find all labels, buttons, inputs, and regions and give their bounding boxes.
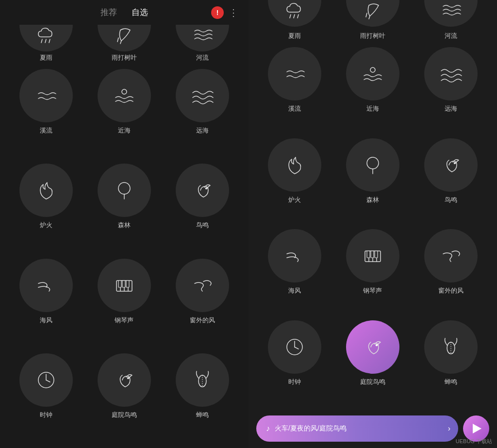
- sound-circle: [346, 138, 399, 192]
- sound-circle: [424, 320, 478, 374]
- list-item[interactable]: 森林: [336, 138, 410, 225]
- watermark: UEBUG 下载站: [456, 438, 492, 445]
- sound-label: 夏雨: [40, 53, 52, 62]
- now-playing-button[interactable]: ♪ 火车/夏夜的风/庭院鸟鸣 ›: [256, 415, 458, 442]
- sound-label: 雨打树叶: [112, 53, 137, 62]
- sound-circle: [268, 229, 321, 282]
- sound-label: 窗外的风: [190, 316, 215, 325]
- list-item[interactable]: 河流: [166, 25, 239, 62]
- list-item[interactable]: 钢琴声: [88, 259, 161, 348]
- list-item[interactable]: 远海: [166, 69, 239, 159]
- list-item[interactable]: 蝉鸣: [166, 353, 239, 443]
- sound-circle: [424, 229, 478, 282]
- list-item[interactable]: 雨打树叶: [336, 0, 410, 42]
- sound-label: 海风: [288, 286, 301, 295]
- sound-circle: [98, 353, 151, 407]
- sound-label: 远海: [196, 126, 209, 135]
- list-item[interactable]: 夏雨: [10, 25, 83, 62]
- list-item[interactable]: 夏雨: [258, 0, 331, 42]
- list-item[interactable]: 炉火: [258, 138, 331, 225]
- left-panel: 推荐 自选 ! ⋮ 夏雨 雨打树叶 河流: [0, 0, 248, 448]
- sound-label: 森林: [118, 221, 131, 230]
- sound-label: 庭院鸟鸣: [112, 411, 137, 419]
- sound-label: 庭院鸟鸣: [360, 378, 385, 386]
- list-item[interactable]: 海风: [10, 259, 83, 348]
- sound-label: 河流: [445, 29, 457, 42]
- play-triangle-icon: [473, 424, 481, 433]
- now-playing-text: 火车/夏夜的风/庭院鸟鸣: [275, 424, 443, 433]
- bottom-bar: ♪ 火车/夏夜的风/庭院鸟鸣 › UEBUG 下载站: [248, 409, 497, 448]
- sound-label: 近海: [366, 104, 379, 113]
- list-item[interactable]: 溪流: [258, 47, 331, 133]
- list-item[interactable]: 近海: [336, 47, 410, 133]
- sound-label: 远海: [445, 104, 457, 113]
- sound-circle-active: [346, 320, 399, 374]
- list-item[interactable]: 近海: [88, 69, 161, 159]
- list-item[interactable]: 庭院鸟鸣: [88, 353, 161, 443]
- sound-circle: [424, 47, 478, 100]
- sound-circle: [268, 138, 321, 192]
- list-item[interactable]: 鸟鸣: [166, 164, 239, 253]
- sound-circle: [268, 47, 321, 100]
- sound-circle: [268, 320, 321, 374]
- list-item[interactable]: 海风: [258, 229, 331, 315]
- sound-label: 炉火: [40, 221, 52, 230]
- sound-label: 时钟: [40, 411, 52, 419]
- list-item[interactable]: 森林: [88, 164, 161, 253]
- list-item[interactable]: 炉火: [10, 164, 83, 253]
- right-panel: 夏雨 雨打树叶 河流 溪流 近海: [248, 0, 497, 448]
- sound-label: 鸟鸣: [445, 196, 457, 204]
- sound-label: 蝉鸣: [445, 378, 457, 386]
- sound-label: 河流: [196, 53, 209, 62]
- sound-circle: [176, 353, 229, 407]
- sound-label: 雨打树叶: [360, 29, 385, 42]
- header: 推荐 自选 ! ⋮: [0, 0, 248, 25]
- sound-circle: [19, 164, 73, 217]
- list-item[interactable]: 远海: [414, 47, 487, 133]
- top-partial-row: 夏雨 雨打树叶 河流: [0, 25, 248, 64]
- sound-label: 海风: [40, 316, 52, 325]
- list-item[interactable]: 河流: [414, 0, 487, 42]
- sound-grid-left: 溪流 近海 远海 炉火 森林: [0, 64, 248, 448]
- list-item[interactable]: 蝉鸣: [414, 320, 487, 407]
- sound-circle: [176, 164, 229, 217]
- list-item[interactable]: 庭院鸟鸣: [336, 320, 410, 407]
- list-item[interactable]: 时钟: [10, 353, 83, 443]
- sound-label: 窗外的风: [438, 286, 464, 295]
- tab-recommend[interactable]: 推荐: [100, 7, 117, 18]
- music-note-icon: ♪: [266, 424, 270, 433]
- list-item[interactable]: 溪流: [10, 69, 83, 159]
- sound-circle: [424, 138, 478, 192]
- sound-label: 时钟: [288, 378, 301, 386]
- sound-label: 鸟鸣: [196, 221, 209, 230]
- more-button[interactable]: ⋮: [229, 7, 239, 18]
- list-item[interactable]: 窗外的风: [414, 229, 487, 315]
- right-top-partial: 夏雨 雨打树叶 河流: [248, 0, 497, 44]
- list-item[interactable]: 时钟: [258, 320, 331, 407]
- sound-circle: [19, 259, 73, 312]
- sound-circle: [98, 69, 151, 122]
- sound-label: 森林: [366, 196, 379, 204]
- sound-grid-right: 溪流 近海 远海 炉火 森林: [248, 44, 497, 409]
- sound-label: 近海: [118, 126, 131, 135]
- sound-circle: [98, 164, 151, 217]
- list-item[interactable]: 窗外的风: [166, 259, 239, 348]
- header-icons: ! ⋮: [211, 6, 239, 19]
- sound-circle: [19, 353, 73, 407]
- list-item[interactable]: 鸟鸣: [414, 138, 487, 225]
- sound-label: 钢琴声: [363, 286, 382, 295]
- sound-label: 蝉鸣: [196, 411, 209, 419]
- sound-label: 溪流: [40, 126, 52, 135]
- chevron-right-icon: ›: [448, 424, 450, 433]
- alert-button[interactable]: !: [211, 6, 224, 19]
- sound-label: 钢琴声: [115, 316, 133, 325]
- tab-custom[interactable]: 自选: [132, 7, 148, 18]
- sound-label: 溪流: [288, 104, 301, 113]
- sound-circle: [19, 69, 73, 122]
- sound-label: 炉火: [288, 196, 301, 204]
- list-item[interactable]: 雨打树叶: [88, 25, 161, 62]
- sound-circle: [176, 69, 229, 122]
- sound-label: 夏雨: [288, 29, 301, 42]
- list-item[interactable]: 钢琴声: [336, 229, 410, 315]
- sound-circle: [346, 229, 399, 282]
